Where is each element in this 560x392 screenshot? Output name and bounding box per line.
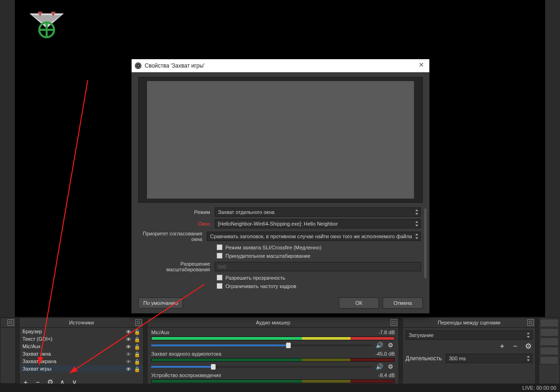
control-button[interactable] (540, 356, 559, 364)
source-row[interactable]: Браузер 👁🔒 (20, 328, 143, 335)
duration-value: 300 ms (449, 356, 466, 361)
window-value: [HelloNeighbor-Win64-Shipping.exe]: Hell… (218, 221, 338, 227)
resolution-select: 0x0 (215, 262, 421, 271)
visibility-icon[interactable]: 👁 (126, 365, 133, 372)
transition-settings-button[interactable]: ⚙ (524, 343, 532, 351)
add-transition-button[interactable]: + (498, 343, 506, 351)
sources-title-text: Источники (69, 320, 94, 325)
vu-meter (151, 379, 395, 383)
control-button[interactable] (540, 328, 559, 337)
svg-point-8 (137, 65, 139, 67)
transitions-title-text: Переходы между сценами (438, 320, 500, 325)
priority-label: Приоритет согласования окна (138, 231, 204, 242)
lock-icon[interactable]: 🔒 (134, 365, 140, 372)
mute-icon[interactable]: 🔊 (375, 341, 384, 350)
transition-effect-select[interactable]: Затухание (406, 330, 532, 340)
visibility-icon[interactable]: 👁 (126, 351, 133, 357)
window-select[interactable]: [HelloNeighbor-Win64-Shipping.exe]: Hell… (215, 219, 421, 228)
mute-icon[interactable]: 🔊 (375, 363, 384, 371)
checkbox-icon[interactable] (217, 283, 223, 289)
channel-name: Mic/Aux (151, 330, 169, 336)
source-label: Браузер (22, 328, 42, 335)
lock-icon[interactable]: 🔒 (134, 358, 140, 364)
sources-panel: Источники ▢ Браузер 👁🔒 Текст (GDI+) 👁🔒 M… (19, 317, 144, 390)
source-label: Захват игры (22, 365, 51, 372)
visibility-icon[interactable]: 👁 (126, 358, 133, 364)
dialog-titlebar[interactable]: Свойства 'Захват игры' ✕ (132, 59, 429, 72)
source-label: Захват экрана (22, 358, 56, 365)
checkbox-icon[interactable] (217, 275, 223, 281)
force-scale-checkbox-row[interactable]: Принудительное масштабирование (138, 253, 421, 259)
channel-settings-icon[interactable]: ⚙ (386, 341, 395, 350)
transitions-panel: Переходы между сценами ▢ Затухание + − ⚙… (402, 317, 536, 390)
undock-icon[interactable]: ▢ (527, 319, 534, 326)
channel-db: -7.8 dB (378, 330, 395, 336)
lock-icon[interactable]: 🔒 (134, 351, 140, 357)
chevron-updown-icon (526, 355, 531, 362)
defaults-button[interactable]: По умолчанию (138, 297, 183, 309)
priority-select[interactable]: Сравнивать заголовок, в противном случае… (207, 232, 421, 241)
channel-name: Устройство воспроизведения (151, 372, 221, 379)
sources-panel-title: Источники ▢ (20, 318, 143, 328)
cancel-button[interactable]: Отмена (383, 297, 423, 309)
source-label: Mic/Aux (22, 343, 41, 350)
source-row[interactable]: Захват окна 👁🔒 (20, 350, 143, 358)
scrollbar[interactable] (424, 208, 427, 278)
dialog-title: Свойства 'Захват игры' (145, 62, 204, 69)
source-row[interactable]: Mic/Aux 👁🔒 (20, 343, 143, 350)
undock-icon[interactable]: ▢ (391, 319, 397, 326)
status-live-text: LIVE: 00:00:00 (522, 385, 556, 391)
visibility-icon[interactable]: 👁 (126, 328, 133, 335)
source-row[interactable]: Захват экрана 👁🔒 (20, 358, 143, 365)
volume-slider[interactable] (151, 366, 372, 368)
transparency-checkbox-row[interactable]: Разрешить прозрачность (138, 275, 421, 281)
transparency-label: Разрешить прозрачность (225, 275, 285, 281)
transitions-panel-title: Переходы между сценами ▢ (403, 318, 535, 328)
checkbox-icon[interactable] (217, 244, 223, 250)
visibility-icon[interactable]: 👁 (126, 343, 133, 350)
status-bar: LIVE: 00:00:00 (0, 384, 560, 392)
mixer-title-text: Аудио микшер (256, 320, 290, 325)
resolution-label: Разрешение масштабирования (138, 261, 212, 272)
window-label: Окно (138, 221, 212, 227)
dialog-preview (138, 77, 423, 203)
priority-value: Сравнивать заголовок, в противном случае… (210, 232, 412, 241)
chevron-updown-icon (526, 332, 531, 338)
lock-icon[interactable]: 🔒 (134, 343, 140, 350)
mode-select[interactable]: Захват отдельного окна (215, 207, 421, 217)
sli-checkbox-row[interactable]: Режим захвата SLI/Crossfire (Медленно) (138, 244, 421, 250)
source-label: Текст (GDI+) (22, 335, 52, 343)
undock-icon[interactable]: ▢ (135, 319, 142, 326)
resolution-placeholder: 0x0 (218, 264, 226, 269)
sli-label: Режим захвата SLI/Crossfire (Медленно) (225, 245, 322, 250)
chevron-updown-icon (414, 209, 419, 215)
limit-fps-checkbox-row[interactable]: Ограничивать частоту кадров (138, 283, 421, 289)
checkbox-icon[interactable] (217, 253, 223, 259)
mixer-panel-title: Аудио микшер ▢ (147, 318, 399, 328)
source-row[interactable]: Захват игры 👁🔒 (20, 365, 143, 372)
transition-effect-value: Затухание (409, 332, 434, 338)
vu-meter (151, 358, 395, 362)
undock-icon[interactable]: ▢ (7, 319, 14, 326)
controls-panel (539, 317, 560, 390)
remove-transition-button[interactable]: − (511, 343, 519, 351)
properties-dialog: Свойства 'Захват игры' ✕ Режим Захват от… (131, 59, 430, 314)
scenes-panel: ▢ (0, 317, 16, 384)
channel-settings-icon[interactable]: ⚙ (386, 363, 395, 371)
force-scale-label: Принудительное масштабирование (225, 253, 310, 259)
control-button[interactable] (540, 347, 559, 355)
volume-slider[interactable] (151, 344, 372, 346)
control-button[interactable] (540, 319, 559, 327)
visibility-icon[interactable]: 👁 (126, 336, 133, 342)
duration-label: Длительность (406, 355, 443, 362)
lock-icon[interactable]: 🔒 (134, 336, 140, 342)
transition-duration-input[interactable]: 300 ms (446, 354, 532, 363)
lock-icon[interactable]: 🔒 (134, 328, 140, 335)
control-button[interactable] (540, 337, 559, 346)
source-row[interactable]: Текст (GDI+) 👁🔒 (20, 335, 143, 343)
ok-button[interactable]: ОК (339, 297, 379, 309)
audio-mixer-panel: Аудио микшер ▢ Mic/Aux -7.8 dB 🔊 ⚙ Захва… (147, 317, 399, 390)
chevron-updown-icon (414, 233, 419, 240)
close-button[interactable]: ✕ (417, 61, 426, 69)
channel-name: Захват входного аудиопотока (151, 351, 221, 358)
